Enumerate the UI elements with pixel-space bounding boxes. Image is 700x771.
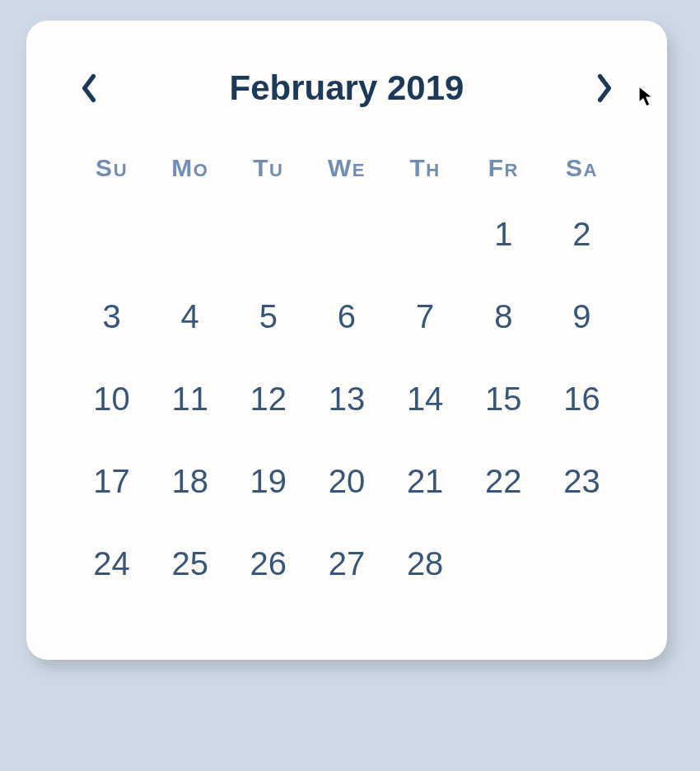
calendar-header: February 2019 bbox=[72, 68, 621, 108]
day-23[interactable]: 23 bbox=[543, 460, 621, 502]
day-25[interactable]: 25 bbox=[151, 543, 229, 584]
weekday-su: SU bbox=[72, 154, 151, 182]
day-6[interactable]: 6 bbox=[307, 296, 385, 337]
day-11[interactable]: 11 bbox=[151, 378, 229, 419]
weekday-we: WE bbox=[307, 154, 385, 182]
chevron-left-icon bbox=[80, 73, 98, 103]
day-26[interactable]: 26 bbox=[229, 543, 307, 584]
day-empty bbox=[307, 213, 385, 255]
weekday-sa: SA bbox=[543, 154, 621, 182]
day-20[interactable]: 20 bbox=[307, 460, 385, 502]
next-month-button[interactable] bbox=[588, 72, 621, 105]
chevron-right-icon bbox=[595, 73, 614, 103]
day-8[interactable]: 8 bbox=[464, 296, 543, 337]
day-27[interactable]: 27 bbox=[307, 543, 385, 584]
weekday-fr: FR bbox=[464, 154, 543, 182]
day-28[interactable]: 28 bbox=[386, 543, 464, 584]
day-empty bbox=[72, 213, 151, 255]
day-4[interactable]: 4 bbox=[151, 296, 229, 337]
weekday-th: TH bbox=[386, 154, 464, 182]
day-2[interactable]: 2 bbox=[543, 213, 621, 255]
day-12[interactable]: 12 bbox=[229, 378, 307, 419]
calendar-card: February 2019 SU MO TU WE TH FR SA 1 2 3… bbox=[26, 21, 667, 660]
day-19[interactable]: 19 bbox=[229, 460, 307, 502]
day-empty bbox=[464, 543, 543, 584]
weekday-mo: MO bbox=[151, 154, 229, 182]
day-16[interactable]: 16 bbox=[543, 378, 621, 419]
day-21[interactable]: 21 bbox=[386, 460, 464, 502]
weekday-row: SU MO TU WE TH FR SA bbox=[72, 154, 621, 182]
day-5[interactable]: 5 bbox=[229, 296, 307, 337]
weekday-tu: TU bbox=[229, 154, 307, 182]
day-15[interactable]: 15 bbox=[464, 378, 543, 419]
day-7[interactable]: 7 bbox=[386, 296, 464, 337]
day-empty bbox=[151, 213, 229, 255]
day-empty bbox=[543, 543, 621, 584]
day-1[interactable]: 1 bbox=[464, 213, 543, 255]
day-10[interactable]: 10 bbox=[72, 378, 151, 419]
day-empty bbox=[386, 213, 464, 255]
prev-month-button[interactable] bbox=[72, 72, 105, 105]
day-22[interactable]: 22 bbox=[464, 460, 543, 502]
day-3[interactable]: 3 bbox=[72, 296, 151, 337]
day-14[interactable]: 14 bbox=[386, 378, 464, 419]
day-empty bbox=[229, 213, 307, 255]
days-grid: 1 2 3 4 5 6 7 8 9 10 11 12 13 14 15 16 1… bbox=[72, 213, 621, 584]
day-13[interactable]: 13 bbox=[307, 378, 385, 419]
day-9[interactable]: 9 bbox=[543, 296, 621, 337]
day-18[interactable]: 18 bbox=[151, 460, 229, 502]
day-17[interactable]: 17 bbox=[72, 460, 151, 502]
month-title[interactable]: February 2019 bbox=[105, 68, 588, 108]
day-24[interactable]: 24 bbox=[72, 543, 151, 584]
